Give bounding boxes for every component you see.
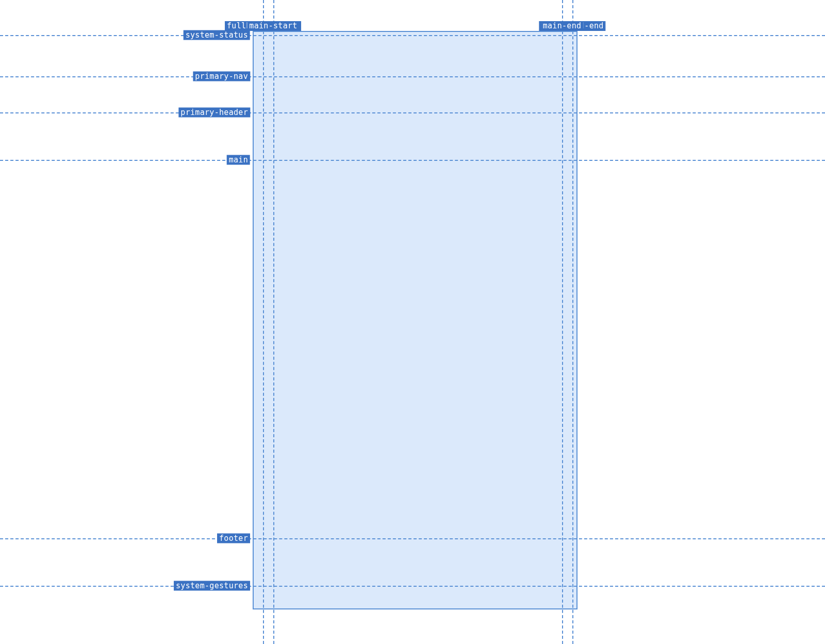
col-line-main-end (562, 0, 563, 644)
row-label-system-status: system-status (184, 30, 250, 40)
device-frame (253, 31, 578, 609)
col-line-fullbleed-end (572, 0, 573, 644)
layout-grid-diagram: system-statusprimary-navprimary-headerma… (0, 0, 825, 644)
row-label-primary-nav: primary-nav (193, 72, 250, 81)
row-line-system-gestures (0, 586, 825, 587)
col-label-main-start: main-start (247, 21, 299, 31)
row-label-main: main (227, 155, 250, 165)
row-label-primary-header: primary-header (178, 108, 250, 118)
col-label-main-end: main-end (541, 21, 584, 31)
row-label-footer: footer (217, 534, 250, 543)
col-line-main-start (273, 0, 274, 644)
row-line-primary-nav (0, 76, 825, 77)
col-line-fullbleed-start (263, 0, 264, 644)
row-line-main (0, 160, 825, 161)
row-line-system-status (0, 35, 825, 36)
row-line-footer (0, 538, 825, 539)
row-label-system-gestures: system-gestures (174, 581, 250, 591)
row-line-primary-header (0, 112, 825, 113)
